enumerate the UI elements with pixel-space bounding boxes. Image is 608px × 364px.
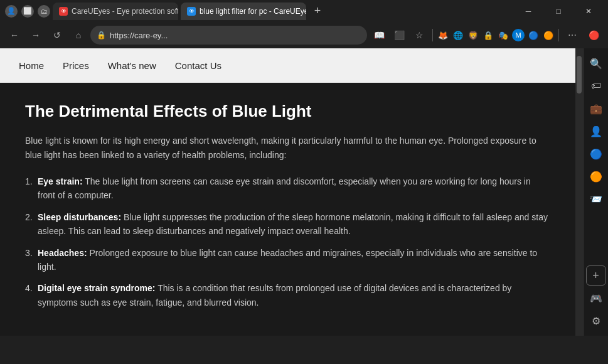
reader-mode-button[interactable]: 📖: [370, 26, 388, 45]
list-item: Sleep disturbances: Blue light suppresse…: [25, 210, 550, 238]
sidebar-tag-icon[interactable]: 🏷: [586, 76, 606, 96]
toolbar-divider: [432, 29, 433, 41]
toolbar-right-icons: 📖 ⬛ ☆: [370, 26, 429, 45]
titlebar: 👤 ⬜ 🗂 👁 CareUEyes - Eye protection softw…: [0, 0, 608, 22]
page-content: The Detrimental Effects of Blue Light Bl…: [0, 83, 575, 336]
bookmark-2[interactable]: 🌐: [452, 29, 464, 41]
sidebar-search-icon[interactable]: 🔍: [586, 53, 606, 73]
effect-4-title: Digital eye strain syndrome:: [38, 283, 156, 293]
scrollbar-thumb[interactable]: [577, 56, 582, 94]
bookmarks-bar: 🦊 🌐 🦁 🔒 🎭 M 🔵 🟠: [437, 29, 555, 41]
sidebar-add-button[interactable]: +: [586, 265, 606, 286]
tab-list-icon[interactable]: 🗂: [38, 5, 50, 18]
add-tab-button[interactable]: +: [309, 3, 326, 20]
forward-button[interactable]: →: [26, 26, 45, 45]
sidebar-settings-icon[interactable]: ⚙: [586, 311, 606, 331]
page-intro: Blue light is known for its high energy …: [25, 134, 550, 162]
window-controls: ─ □ ✕: [514, 2, 603, 21]
right-sidebar: 🔍 🏷 💼 👤 🔵 🟠 📨 + 🎮 ⚙: [583, 48, 608, 336]
url-text: https://care-ey...: [110, 31, 168, 40]
list-item: Eye strain: The blue light from screens …: [25, 174, 550, 203]
tab-bluelight[interactable]: 👁 blue light filter for pc - CareUEye...…: [181, 3, 306, 20]
bookmark-8[interactable]: 🟠: [542, 29, 555, 41]
webpage: Home Prices What's new Contact Us The De…: [0, 48, 575, 336]
site-nav: Home Prices What's new Contact Us: [0, 48, 575, 83]
effect-2-title: Sleep disturbances:: [38, 212, 121, 222]
nav-contact-us[interactable]: Contact Us: [175, 60, 221, 71]
bookmark-4[interactable]: 🔒: [482, 29, 494, 41]
maximize-button[interactable]: □: [544, 2, 573, 21]
scrollbar-track[interactable]: [575, 48, 583, 336]
sidebar-toggle-button[interactable]: ⬛: [390, 26, 408, 45]
browser-menu-button[interactable]: ⋯: [563, 26, 582, 45]
tab1-label: CareUEyes - Eye protection softw...: [72, 7, 178, 16]
effect-3-title: Headaches:: [38, 248, 87, 258]
sidebar-game-icon[interactable]: 🎮: [586, 288, 606, 308]
minimize-button[interactable]: ─: [514, 2, 543, 21]
bookmark-7[interactable]: 🔵: [527, 29, 540, 41]
bookmark-3[interactable]: 🦁: [467, 29, 479, 41]
workspaces-icon[interactable]: ⬜: [21, 5, 34, 18]
sidebar-user-icon[interactable]: 👤: [586, 121, 606, 141]
effects-list: Eye strain: The blue light from screens …: [25, 174, 550, 309]
toolbar-divider-2: [558, 29, 559, 41]
refresh-button[interactable]: ↺: [48, 26, 67, 45]
profile-icon[interactable]: 👤: [5, 5, 18, 18]
effect-1-body: The blue light from screens can cause ey…: [38, 176, 531, 200]
favorites-button[interactable]: ☆: [410, 26, 429, 45]
tab-careuEyes[interactable]: 👁 CareUEyes - Eye protection softw... ✕: [53, 3, 178, 20]
nav-prices[interactable]: Prices: [63, 60, 89, 71]
tab2-favicon: 👁: [187, 7, 196, 16]
toolbar: ← → ↺ ⌂ 🔒 https://care-ey... 📖 ⬛ ☆ 🦊 🌐 🦁…: [0, 22, 608, 48]
lock-icon: 🔒: [97, 31, 106, 40]
titlebar-left: 👤 ⬜ 🗂: [5, 5, 50, 18]
close-button[interactable]: ✕: [574, 2, 603, 21]
nav-home[interactable]: Home: [19, 60, 44, 71]
sidebar-telegram-icon[interactable]: 📨: [586, 189, 606, 209]
sidebar-office-icon[interactable]: 🟠: [586, 166, 606, 186]
bookmark-1[interactable]: 🦊: [437, 29, 449, 41]
nav-whats-new[interactable]: What's new: [108, 60, 156, 71]
edge-sidebar-button[interactable]: 🔴: [584, 26, 603, 45]
address-bar[interactable]: 🔒 https://care-ey...: [90, 26, 367, 45]
sidebar-circle-icon[interactable]: 🔵: [586, 144, 606, 164]
list-item: Digital eye strain syndrome: This is a c…: [25, 281, 550, 309]
back-button[interactable]: ←: [5, 26, 24, 45]
effect-3-body: Prolonged exposure to blue light can cau…: [38, 248, 537, 272]
list-item: Headaches: Prolonged exposure to blue li…: [25, 246, 550, 274]
bookmark-6[interactable]: M: [512, 29, 525, 41]
bookmark-5[interactable]: 🎭: [497, 29, 509, 41]
page-title: The Detrimental Effects of Blue Light: [25, 102, 550, 121]
home-button[interactable]: ⌂: [69, 26, 88, 45]
effect-1-title: Eye strain:: [38, 176, 83, 186]
tab1-favicon: 👁: [59, 7, 68, 16]
tab2-label: blue light filter for pc - CareUEye...: [200, 7, 306, 16]
sidebar-briefcase-icon[interactable]: 💼: [586, 99, 606, 119]
browser-main: Home Prices What's new Contact Us The De…: [0, 48, 608, 336]
